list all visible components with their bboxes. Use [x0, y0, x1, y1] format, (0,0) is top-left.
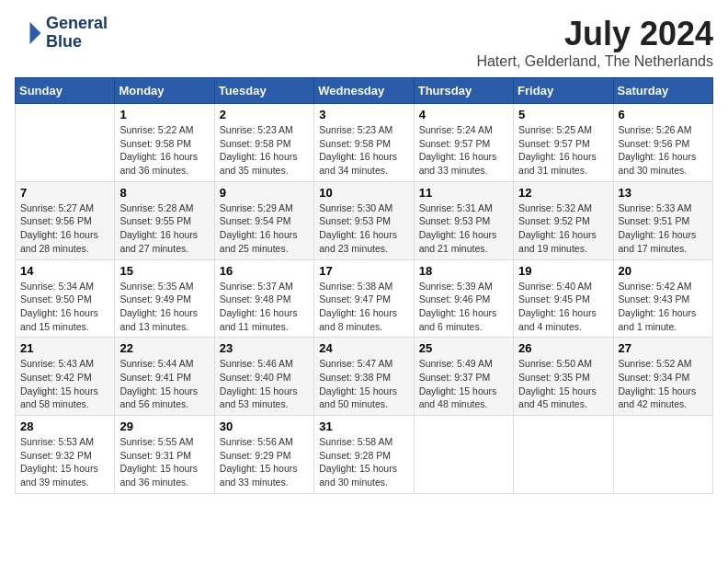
- day-number: 8: [119, 186, 209, 200]
- day-info: Sunrise: 5:32 AM Sunset: 9:52 PM Dayligh…: [518, 201, 608, 256]
- day-info: Sunrise: 5:25 AM Sunset: 9:57 PM Dayligh…: [518, 123, 608, 178]
- day-number: 21: [20, 341, 109, 355]
- header-day-monday: Monday: [115, 78, 214, 104]
- calendar-cell: 31Sunrise: 5:58 AM Sunset: 9:28 PM Dayli…: [314, 416, 414, 494]
- day-info: Sunrise: 5:53 AM Sunset: 9:32 PM Dayligh…: [20, 435, 109, 489]
- day-number: 27: [619, 341, 708, 355]
- header-day-friday: Friday: [514, 78, 613, 104]
- header-day-wednesday: Wednesday: [314, 78, 414, 104]
- day-number: 11: [419, 186, 508, 200]
- day-info: Sunrise: 5:23 AM Sunset: 9:58 PM Dayligh…: [220, 123, 309, 178]
- day-number: 2: [220, 108, 309, 121]
- calendar-cell: 28Sunrise: 5:53 AM Sunset: 9:32 PM Dayli…: [16, 416, 115, 494]
- day-number: 28: [20, 419, 109, 433]
- calendar-cell: 16Sunrise: 5:37 AM Sunset: 9:48 PM Dayli…: [214, 259, 313, 338]
- day-number: 14: [20, 264, 109, 278]
- day-info: Sunrise: 5:55 AM Sunset: 9:31 PM Dayligh…: [119, 435, 209, 489]
- calendar-cell: 4Sunrise: 5:24 AM Sunset: 9:57 PM Daylig…: [414, 104, 513, 182]
- day-info: Sunrise: 5:30 AM Sunset: 9:53 PM Dayligh…: [319, 201, 408, 256]
- calendar-cell: 23Sunrise: 5:46 AM Sunset: 9:40 PM Dayli…: [214, 338, 313, 416]
- day-number: 3: [319, 108, 408, 121]
- day-info: Sunrise: 5:50 AM Sunset: 9:35 PM Dayligh…: [518, 357, 608, 411]
- header-day-saturday: Saturday: [613, 78, 712, 104]
- day-info: Sunrise: 5:47 AM Sunset: 9:38 PM Dayligh…: [319, 357, 408, 411]
- calendar-cell: 30Sunrise: 5:56 AM Sunset: 9:29 PM Dayli…: [214, 416, 313, 494]
- calendar-cell: [16, 104, 115, 182]
- day-number: 29: [119, 419, 209, 433]
- calendar-cell: 21Sunrise: 5:43 AM Sunset: 9:42 PM Dayli…: [16, 338, 115, 416]
- calendar-cell: 13Sunrise: 5:33 AM Sunset: 9:51 PM Dayli…: [613, 181, 712, 259]
- calendar-cell: 25Sunrise: 5:49 AM Sunset: 9:37 PM Dayli…: [414, 338, 513, 416]
- day-number: 22: [119, 341, 209, 355]
- month-title: July 2024: [476, 15, 713, 53]
- calendar-cell: 1Sunrise: 5:22 AM Sunset: 9:58 PM Daylig…: [115, 104, 214, 182]
- day-info: Sunrise: 5:23 AM Sunset: 9:58 PM Dayligh…: [319, 123, 408, 178]
- header-day-thursday: Thursday: [414, 78, 513, 104]
- day-info: Sunrise: 5:39 AM Sunset: 9:46 PM Dayligh…: [419, 280, 508, 334]
- logo: General Blue: [15, 15, 108, 52]
- day-number: 20: [619, 264, 708, 278]
- day-number: 19: [518, 264, 608, 278]
- week-row-5: 28Sunrise: 5:53 AM Sunset: 9:32 PM Dayli…: [16, 416, 713, 494]
- day-info: Sunrise: 5:26 AM Sunset: 9:56 PM Dayligh…: [619, 123, 708, 178]
- calendar-cell: 27Sunrise: 5:52 AM Sunset: 9:34 PM Dayli…: [613, 338, 712, 416]
- calendar-cell: 7Sunrise: 5:27 AM Sunset: 9:56 PM Daylig…: [16, 181, 115, 259]
- day-number: 12: [518, 186, 608, 200]
- location: Hatert, Gelderland, The Netherlands: [476, 53, 713, 70]
- day-info: Sunrise: 5:58 AM Sunset: 9:28 PM Dayligh…: [319, 435, 408, 489]
- calendar-cell: [514, 416, 613, 494]
- week-row-3: 14Sunrise: 5:34 AM Sunset: 9:50 PM Dayli…: [16, 259, 713, 338]
- day-number: 1: [119, 108, 209, 121]
- day-info: Sunrise: 5:37 AM Sunset: 9:48 PM Dayligh…: [220, 280, 309, 334]
- calendar-cell: 17Sunrise: 5:38 AM Sunset: 9:47 PM Dayli…: [314, 259, 414, 338]
- day-number: 10: [319, 186, 408, 200]
- calendar-cell: 9Sunrise: 5:29 AM Sunset: 9:54 PM Daylig…: [214, 181, 313, 259]
- day-info: Sunrise: 5:22 AM Sunset: 9:58 PM Dayligh…: [119, 123, 209, 178]
- day-info: Sunrise: 5:35 AM Sunset: 9:49 PM Dayligh…: [119, 280, 209, 334]
- logo-line2: Blue: [46, 33, 108, 52]
- day-number: 4: [419, 108, 508, 121]
- day-number: 16: [220, 264, 309, 278]
- calendar-cell: 14Sunrise: 5:34 AM Sunset: 9:50 PM Dayli…: [16, 259, 115, 338]
- week-row-4: 21Sunrise: 5:43 AM Sunset: 9:42 PM Dayli…: [16, 338, 713, 416]
- page-header: General Blue July 2024 Hatert, Gelderlan…: [15, 15, 713, 70]
- calendar-cell: 18Sunrise: 5:39 AM Sunset: 9:46 PM Dayli…: [414, 259, 513, 338]
- calendar-cell: 12Sunrise: 5:32 AM Sunset: 9:52 PM Dayli…: [514, 181, 613, 259]
- header-day-tuesday: Tuesday: [214, 78, 313, 104]
- calendar-cell: 3Sunrise: 5:23 AM Sunset: 9:58 PM Daylig…: [314, 104, 414, 182]
- day-info: Sunrise: 5:31 AM Sunset: 9:53 PM Dayligh…: [419, 201, 508, 256]
- header-day-sunday: Sunday: [16, 78, 115, 104]
- calendar-cell: [613, 416, 712, 494]
- day-number: 17: [319, 264, 408, 278]
- calendar-table: SundayMondayTuesdayWednesdayThursdayFrid…: [15, 77, 713, 494]
- day-info: Sunrise: 5:52 AM Sunset: 9:34 PM Dayligh…: [619, 357, 708, 411]
- day-info: Sunrise: 5:28 AM Sunset: 9:55 PM Dayligh…: [119, 201, 209, 256]
- day-info: Sunrise: 5:29 AM Sunset: 9:54 PM Dayligh…: [220, 201, 309, 256]
- calendar-cell: 22Sunrise: 5:44 AM Sunset: 9:41 PM Dayli…: [115, 338, 214, 416]
- calendar-cell: 20Sunrise: 5:42 AM Sunset: 9:43 PM Dayli…: [613, 259, 712, 338]
- day-info: Sunrise: 5:44 AM Sunset: 9:41 PM Dayligh…: [119, 357, 209, 411]
- day-info: Sunrise: 5:46 AM Sunset: 9:40 PM Dayligh…: [220, 357, 309, 411]
- day-info: Sunrise: 5:27 AM Sunset: 9:56 PM Dayligh…: [20, 201, 109, 256]
- day-info: Sunrise: 5:38 AM Sunset: 9:47 PM Dayligh…: [319, 280, 408, 334]
- day-number: 6: [619, 108, 708, 121]
- calendar-cell: 6Sunrise: 5:26 AM Sunset: 9:56 PM Daylig…: [613, 104, 712, 182]
- day-info: Sunrise: 5:24 AM Sunset: 9:57 PM Dayligh…: [419, 123, 508, 178]
- day-number: 13: [619, 186, 708, 200]
- calendar-cell: 5Sunrise: 5:25 AM Sunset: 9:57 PM Daylig…: [514, 104, 613, 182]
- week-row-1: 1Sunrise: 5:22 AM Sunset: 9:58 PM Daylig…: [16, 104, 713, 182]
- calendar-header: SundayMondayTuesdayWednesdayThursdayFrid…: [16, 78, 713, 104]
- day-number: 26: [518, 341, 608, 355]
- week-row-2: 7Sunrise: 5:27 AM Sunset: 9:56 PM Daylig…: [16, 181, 713, 259]
- calendar-cell: 19Sunrise: 5:40 AM Sunset: 9:45 PM Dayli…: [514, 259, 613, 338]
- day-info: Sunrise: 5:34 AM Sunset: 9:50 PM Dayligh…: [20, 280, 109, 334]
- title-block: July 2024 Hatert, Gelderland, The Nether…: [476, 15, 713, 70]
- calendar-cell: 24Sunrise: 5:47 AM Sunset: 9:38 PM Dayli…: [314, 338, 414, 416]
- day-number: 30: [220, 419, 309, 433]
- day-number: 23: [220, 341, 309, 355]
- day-number: 18: [419, 264, 508, 278]
- calendar-cell: 10Sunrise: 5:30 AM Sunset: 9:53 PM Dayli…: [314, 181, 414, 259]
- day-number: 5: [518, 108, 608, 121]
- calendar-cell: 29Sunrise: 5:55 AM Sunset: 9:31 PM Dayli…: [115, 416, 214, 494]
- calendar-cell: 2Sunrise: 5:23 AM Sunset: 9:58 PM Daylig…: [214, 104, 313, 182]
